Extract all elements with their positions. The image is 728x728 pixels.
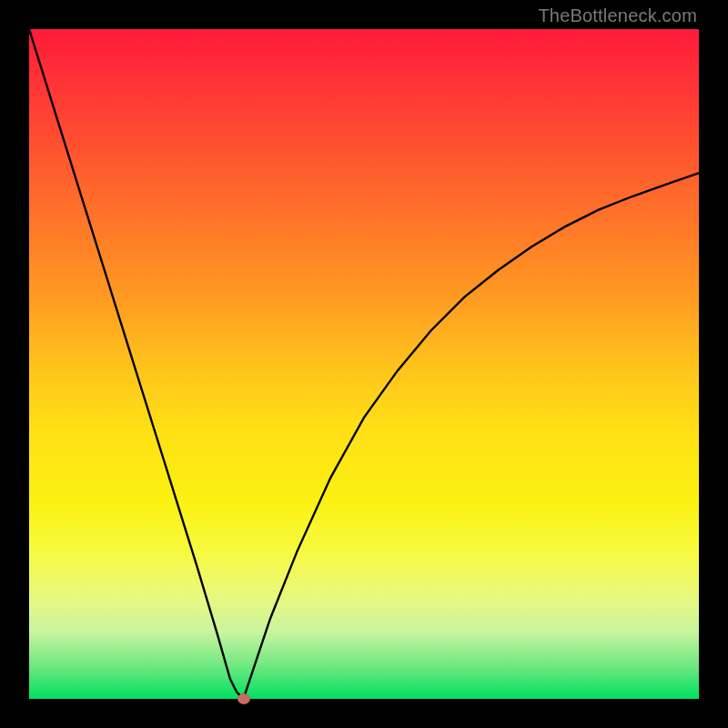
bottleneck-marker	[238, 693, 250, 704]
watermark-text: TheBottleneck.com	[538, 5, 697, 26]
curve-layer	[29, 29, 699, 699]
chart-frame: TheBottleneck.com	[0, 0, 728, 728]
curve-left-branch	[29, 29, 244, 699]
plot-area	[29, 29, 699, 699]
curve-right-branch	[244, 173, 700, 699]
